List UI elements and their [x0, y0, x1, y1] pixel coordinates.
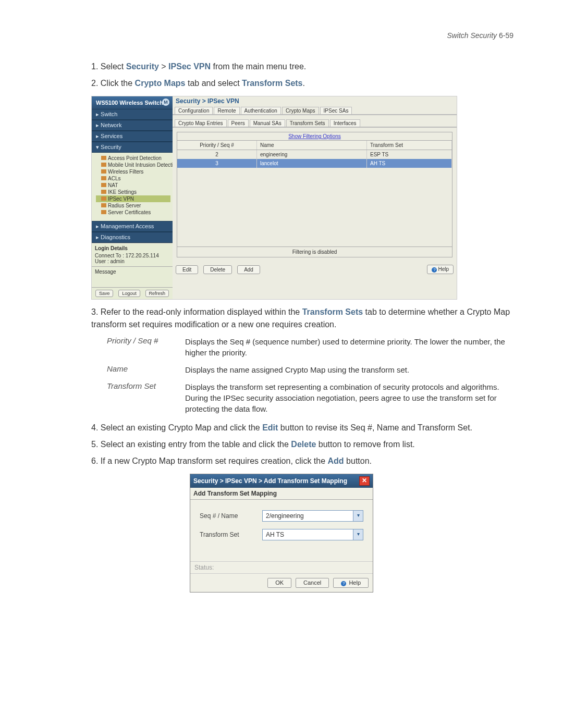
cancel-button[interactable]: Cancel	[296, 578, 329, 588]
tab-authentication[interactable]: Authentication	[241, 107, 281, 114]
tabs-primary: Configuration Remote Authentication Cryp…	[173, 106, 457, 115]
message-box: Message	[92, 266, 173, 287]
tab-ipsecsas[interactable]: IPSec SAs	[320, 107, 352, 114]
tab-configuration[interactable]: Configuration	[175, 107, 213, 114]
subtab-manualsas[interactable]: Manual SAs	[250, 119, 285, 127]
add-button[interactable]: Add	[237, 265, 260, 274]
refresh-button[interactable]: Refresh	[145, 290, 169, 297]
seq-name-select[interactable]: 2/engineering ▾	[262, 510, 363, 522]
step-6: 6. If a new Crypto Map transform set req…	[91, 455, 513, 467]
tree-apd[interactable]: Access Point Detection	[96, 155, 170, 162]
breadcrumb: Security > IPSec VPN	[173, 96, 457, 106]
tree-wfilters[interactable]: Wireless Filters	[96, 168, 170, 175]
transformset-label: Transform Set	[200, 531, 262, 538]
grid-header: Priority / Seq # Name Transform Set	[177, 141, 452, 150]
sidebar-footer: Save Logout Refresh	[92, 287, 173, 299]
tab-remote[interactable]: Remote	[214, 107, 239, 114]
subtab-interfaces[interactable]: Interfaces	[330, 119, 360, 127]
side-switch[interactable]: ▸ Switch	[92, 109, 173, 120]
step-4: 4. Select an existing Crypto Map and cli…	[91, 422, 513, 434]
login-details: Login Details Connect To : 172.20.25.114…	[92, 243, 173, 266]
dialog-title: Security > IPSec VPN > Add Transform Set…	[193, 477, 347, 485]
step-2: 2. Click the Crypto Maps tab and select …	[91, 77, 513, 90]
side-diag[interactable]: ▸ Diagnostics	[92, 232, 173, 243]
console-screenshot: WS5100 Wireless Switch M ▸ Switch ▸ Netw…	[91, 96, 457, 300]
help-icon: ?	[341, 581, 346, 586]
dialog-title-bar: Security > IPSec VPN > Add Transform Set…	[190, 474, 373, 488]
tree-radius[interactable]: Radius Server	[96, 202, 170, 209]
desc-key: Name	[107, 364, 185, 375]
subtab-peers[interactable]: Peers	[228, 119, 249, 127]
side-services[interactable]: ▸ Services	[92, 131, 173, 142]
product-title: WS5100 Wireless Switch M	[92, 96, 173, 109]
desc-val: Displays the name assigned Crypto Map us…	[185, 364, 513, 375]
help-icon: ?	[432, 267, 437, 273]
tabs-secondary: Crypto Map Entries Peers Manual SAs Tran…	[173, 118, 457, 128]
delete-button[interactable]: Delete	[203, 265, 232, 274]
seq-name-label: Seq # / Name	[200, 512, 262, 520]
field-descriptions: Priority / Seq #Displays the Seq # (sequ…	[107, 336, 513, 414]
chevron-down-icon[interactable]: ▾	[353, 510, 363, 522]
ok-button[interactable]: OK	[267, 578, 291, 588]
transformset-value: AH TS	[262, 529, 353, 540]
close-icon[interactable]: ✕	[359, 476, 370, 486]
grid: Show Filtering Options Priority / Seq # …	[177, 132, 452, 257]
tree-acls[interactable]: ACLs	[96, 175, 170, 182]
dialog-help-button[interactable]: ? Help	[333, 578, 369, 588]
logout-button[interactable]: Logout	[118, 290, 140, 297]
subtab-transformsets[interactable]: Transform Sets	[286, 119, 329, 127]
col-name[interactable]: Name	[257, 141, 367, 150]
dialog-status: Status:	[190, 561, 373, 573]
show-filtering-link[interactable]: Show Filtering Options	[177, 132, 452, 141]
col-priority[interactable]: Priority / Seq #	[177, 141, 257, 150]
transformset-select[interactable]: AH TS ▾	[262, 529, 363, 540]
grid-row-selected[interactable]: 3 lancelot AH TS	[177, 159, 452, 168]
side-network[interactable]: ▸ Network	[92, 120, 173, 131]
brand-icon: M	[162, 98, 169, 106]
tree-ipsecvpn[interactable]: IPSec VPN	[96, 195, 170, 202]
tree-muid[interactable]: Mobile Unit Intrusion Detection	[96, 162, 170, 168]
side-mgmt[interactable]: ▸ Management Access	[92, 221, 173, 232]
subtab-cmentries[interactable]: Crypto Map Entries	[175, 119, 227, 127]
desc-key: Transform Set	[107, 381, 185, 414]
edit-button[interactable]: Edit	[176, 265, 198, 274]
chevron-down-icon[interactable]: ▾	[353, 529, 363, 540]
page-header: Switch Security 6-59	[50, 31, 513, 40]
step-5: 5. Select an existing entry from the tab…	[91, 438, 513, 451]
step-3: 3. Refer to the read-only information di…	[91, 306, 513, 331]
grid-actions: Edit Delete Add ?Help	[173, 262, 457, 277]
tab-cryptomaps[interactable]: Crypto Maps	[282, 107, 319, 114]
tree-nat[interactable]: NAT	[96, 182, 170, 189]
security-tree: Access Point Detection Mobile Unit Intru…	[92, 153, 173, 221]
tree-certs[interactable]: Server Certificates	[96, 209, 170, 216]
seq-name-value: 2/engineering	[262, 510, 353, 522]
col-transformset[interactable]: Transform Set	[367, 141, 452, 150]
desc-val: Displays the transform set representing …	[185, 381, 513, 414]
side-security[interactable]: ▾ Security	[92, 142, 173, 153]
desc-val: Displays the Seq # (sequence number) use…	[185, 336, 513, 358]
save-button[interactable]: Save	[95, 290, 114, 297]
add-transform-dialog: Security > IPSec VPN > Add Transform Set…	[190, 474, 373, 593]
header-page: 6-59	[499, 31, 513, 40]
step-1: 1. Select Security > IPSec VPN from the …	[91, 60, 513, 73]
grid-row[interactable]: 2 engineering ESP TS	[177, 150, 452, 159]
tree-ike[interactable]: IKE Settings	[96, 189, 170, 195]
dialog-subtitle: Add Transform Set Mapping	[190, 488, 373, 500]
header-section: Switch Security	[447, 31, 497, 40]
desc-key: Priority / Seq #	[107, 336, 185, 358]
filter-status: Filtering is disabled	[177, 246, 452, 257]
help-button[interactable]: ?Help	[427, 265, 454, 274]
dialog-footer: OK Cancel ? Help	[190, 573, 373, 592]
